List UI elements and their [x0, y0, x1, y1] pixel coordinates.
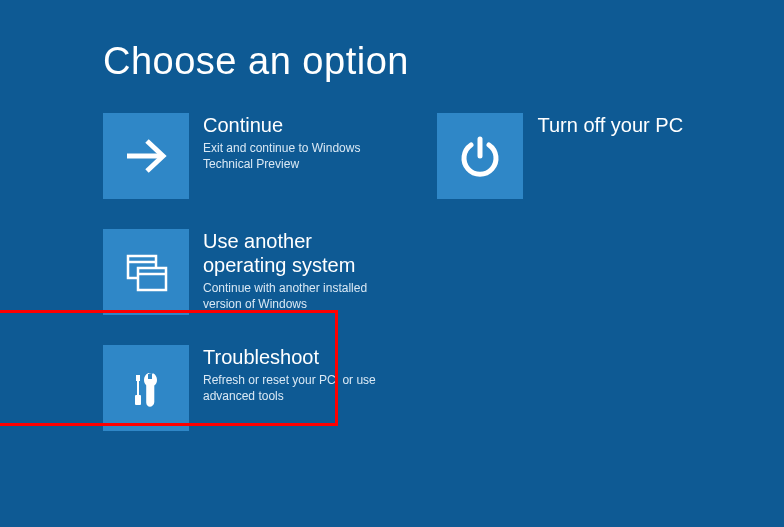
svg-rect-5 [136, 375, 140, 381]
turn-off-text: Turn off your PC [523, 113, 683, 141]
troubleshoot-desc: Refresh or reset your PC, or use advance… [203, 373, 399, 404]
windows-stack-icon [120, 246, 172, 298]
another-os-icon-box [103, 229, 189, 315]
options-column-right: Turn off your PC [437, 113, 737, 229]
turn-off-title: Turn off your PC [537, 113, 683, 137]
turn-off-icon-box [437, 113, 523, 199]
arrow-right-icon [121, 131, 171, 181]
continue-icon-box [103, 113, 189, 199]
another-os-text: Use another operating system Continue wi… [189, 229, 399, 312]
svg-rect-6 [137, 381, 139, 395]
page-title: Choose an option [0, 0, 784, 83]
tools-icon [123, 365, 169, 411]
option-another-os[interactable]: Use another operating system Continue wi… [103, 229, 433, 315]
power-icon [455, 131, 505, 181]
option-continue[interactable]: Continue Exit and continue to Windows Te… [103, 113, 433, 199]
troubleshoot-icon-box [103, 345, 189, 431]
another-os-desc: Continue with another installed version … [203, 281, 399, 312]
options-column-left: Continue Exit and continue to Windows Te… [103, 113, 433, 461]
continue-text: Continue Exit and continue to Windows Te… [189, 113, 399, 172]
troubleshoot-text: Troubleshoot Refresh or reset your PC, o… [189, 345, 399, 404]
option-troubleshoot[interactable]: Troubleshoot Refresh or reset your PC, o… [103, 345, 433, 431]
svg-rect-7 [135, 395, 141, 405]
svg-rect-3 [138, 268, 166, 290]
continue-desc: Exit and continue to Windows Technical P… [203, 141, 399, 172]
another-os-title: Use another operating system [203, 229, 399, 277]
options-container: Continue Exit and continue to Windows Te… [0, 83, 784, 461]
option-turn-off[interactable]: Turn off your PC [437, 113, 737, 199]
troubleshoot-title: Troubleshoot [203, 345, 399, 369]
continue-title: Continue [203, 113, 399, 137]
